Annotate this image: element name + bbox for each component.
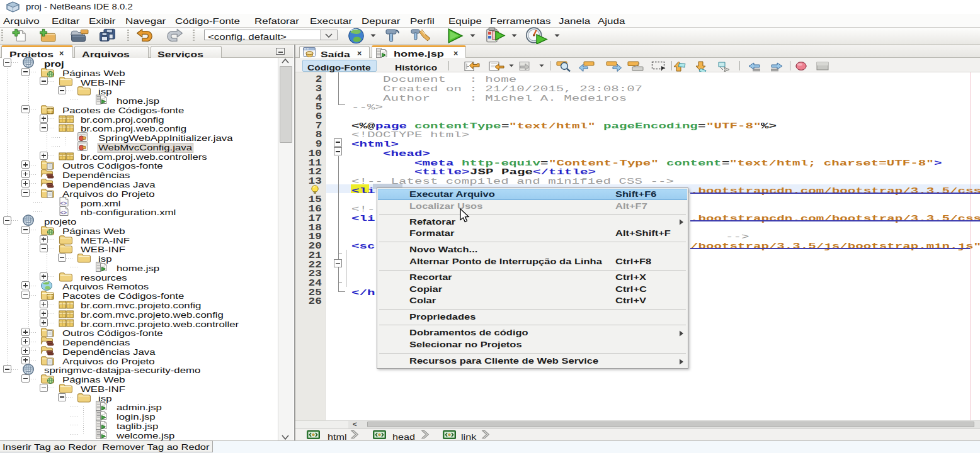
svg-text:<>: <> [60, 210, 67, 216]
